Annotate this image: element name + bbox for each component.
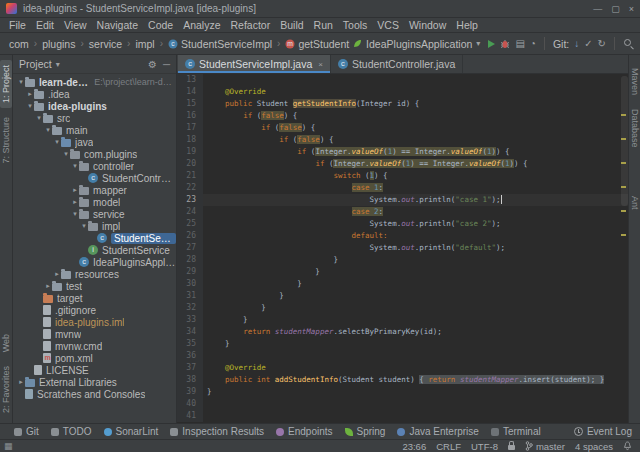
line-number[interactable]: 22 [177, 182, 203, 194]
code-line-36[interactable]: 36 [177, 350, 628, 362]
tree-collapse-arrow-icon[interactable]: ▾ [80, 222, 88, 230]
warning-stripe-mark[interactable] [621, 186, 626, 188]
tree-expand-arrow-icon[interactable]: ▸ [44, 282, 52, 290]
line-number[interactable]: 14 [177, 86, 203, 98]
menu-build[interactable]: Build [275, 19, 308, 31]
chevron-down-icon[interactable]: ▾ [56, 60, 60, 69]
tree-collapse-arrow-icon[interactable]: ▾ [71, 210, 79, 218]
code-line-25[interactable]: 25 System.out.println("case 2"); [177, 218, 628, 230]
code-line-15[interactable]: 15 public Student getStudentInfo(Integer… [177, 98, 628, 110]
line-number[interactable]: 17 [177, 122, 203, 134]
code-line-21[interactable]: 21 switch (1) { [177, 170, 628, 182]
line-number[interactable]: 18 [177, 134, 203, 146]
toolwindow-switcher-icon[interactable]: ▦ [4, 441, 13, 451]
project-panel-title[interactable]: Project [19, 58, 52, 70]
line-number[interactable]: 33 [177, 314, 203, 326]
toolwindow-button-terminal[interactable]: Terminal [485, 426, 547, 437]
code-line-23[interactable]: 23 System.out.println("case 1"); [177, 194, 628, 206]
coverage-button[interactable]: ▤ [515, 38, 524, 49]
menu-help[interactable]: Help [451, 19, 483, 31]
code-line-14[interactable]: 14 @Override [177, 86, 628, 98]
line-number[interactable]: 28 [177, 254, 203, 266]
breadcrumb-item-com[interactable]: com [6, 38, 32, 50]
code-line-22[interactable]: 22 case 1: [177, 182, 628, 194]
tree-collapse-arrow-icon[interactable]: ▾ [62, 150, 70, 158]
toolwindow-button-web[interactable]: Web [0, 329, 12, 357]
readonly-lock-icon[interactable] [508, 445, 515, 450]
toolwindow-button-sonarlint[interactable]: SonarLint [98, 426, 165, 437]
menu-run[interactable]: Run [309, 19, 338, 31]
tree-collapse-arrow-icon[interactable]: ▾ [71, 162, 79, 170]
code-line-24[interactable]: 24 case 2: [177, 206, 628, 218]
code-editor[interactable]: 1314 @Override15 public Student getStude… [177, 74, 628, 423]
line-number[interactable]: 24 [177, 206, 203, 218]
line-number[interactable]: 41 [177, 410, 203, 422]
menu-view[interactable]: View [59, 19, 92, 31]
line-number[interactable]: 23 [177, 194, 203, 206]
warning-stripe-mark[interactable] [621, 210, 626, 212]
hide-panel-icon[interactable]: ─ [163, 59, 170, 70]
line-number[interactable]: 35 [177, 338, 203, 350]
breadcrumb-item-studentserviceimpl[interactable]: cStudentServiceImpl [165, 38, 275, 50]
git-branch-widget[interactable]: master [525, 441, 565, 452]
run-button[interactable] [488, 40, 495, 48]
line-number[interactable]: 15 [177, 98, 203, 110]
tab-close-icon[interactable]: × [318, 60, 323, 69]
menu-window[interactable]: Window [404, 19, 451, 31]
tree-item-studentservice[interactable]: iStudentService [13, 244, 176, 256]
tree-item-model[interactable]: ▸model [13, 196, 176, 208]
code-line-29[interactable]: 29 } [177, 266, 628, 278]
tree-collapse-arrow-icon[interactable]: ▾ [26, 102, 34, 110]
tree-item-mvnw[interactable]: mvnw [13, 328, 176, 340]
code-line-33[interactable]: 33 } [177, 314, 628, 326]
breadcrumb-item-service[interactable]: service [86, 38, 125, 50]
tree-expand-arrow-icon[interactable]: ▸ [71, 186, 79, 194]
warning-stripe-mark[interactable] [621, 114, 626, 116]
code-line-37[interactable]: 37 @Override [177, 362, 628, 374]
code-line-26[interactable]: 26 default: [177, 230, 628, 242]
code-line-35[interactable]: 35 } [177, 338, 628, 350]
toolwindow-button-todo[interactable]: TODO [45, 426, 98, 437]
menu-navigate[interactable]: Navigate [92, 19, 143, 31]
tree-item-ideapluginsapplication[interactable]: cIdeaPluginsApplication [13, 256, 176, 268]
tree-item-learn-demo[interactable]: ▾learn-demoE:\project\learn-demo [13, 76, 176, 88]
tree-expand-arrow-icon[interactable]: ▸ [26, 90, 34, 98]
line-number[interactable]: 31 [177, 290, 203, 302]
line-number[interactable]: 38 [177, 374, 203, 386]
line-number[interactable]: 20 [177, 158, 203, 170]
warning-stripe-mark[interactable] [621, 234, 626, 236]
code-line-27[interactable]: 27 System.out.println("default"); [177, 242, 628, 254]
run-configuration-selector[interactable]: IdeaPluginsApplication ▾ [350, 38, 483, 50]
tree-expand-arrow-icon[interactable]: ▸ [17, 378, 25, 386]
tab-studentserviceimpl-java[interactable]: cStudentServiceImpl.java× [178, 55, 331, 73]
toolwindow-button-database[interactable]: Database [629, 104, 640, 153]
line-number[interactable]: 37 [177, 362, 203, 374]
tree-item-idea-plugins-iml[interactable]: idea-plugins.iml [13, 316, 176, 328]
tree-collapse-arrow-icon[interactable]: ▾ [53, 138, 61, 146]
tree-expand-arrow-icon[interactable]: ▸ [71, 198, 79, 206]
code-line-32[interactable]: 32 } [177, 302, 628, 314]
code-line-17[interactable]: 17 if (false) { [177, 122, 628, 134]
tree-item-idea-plugins[interactable]: ▾idea-plugins [13, 100, 176, 112]
tree-item-java[interactable]: ▾java [13, 136, 176, 148]
menu-analyze[interactable]: Analyze [178, 19, 225, 31]
tree-item-src[interactable]: ▾src [13, 112, 176, 124]
git-commit-button[interactable]: ✓ [584, 38, 592, 49]
tree-item-test[interactable]: ▸test [13, 280, 176, 292]
code-line-41[interactable]: 41 [177, 410, 628, 422]
line-number[interactable]: 16 [177, 110, 203, 122]
toolwindow-button-java-enterprise[interactable]: Java Enterprise [391, 426, 484, 437]
code-line-31[interactable]: 31 } [177, 290, 628, 302]
tree-item-target[interactable]: target [13, 292, 176, 304]
line-number[interactable]: 13 [177, 74, 203, 86]
menu-edit[interactable]: Edit [31, 19, 59, 31]
code-line-16[interactable]: 16 if (false) { [177, 110, 628, 122]
search-icon[interactable] [623, 38, 634, 49]
maximize-button[interactable]: ▢ [611, 4, 620, 14]
tree-item-pom-xml[interactable]: pom.xml [13, 352, 176, 364]
code-line-13[interactable]: 13 [177, 74, 628, 86]
notifications-bell-icon[interactable] [623, 441, 632, 451]
tree-item-main[interactable]: ▾main [13, 124, 176, 136]
tree-item-studentserviceimpl[interactable]: cStudentServiceImpl [13, 232, 176, 244]
line-number[interactable]: 30 [177, 278, 203, 290]
